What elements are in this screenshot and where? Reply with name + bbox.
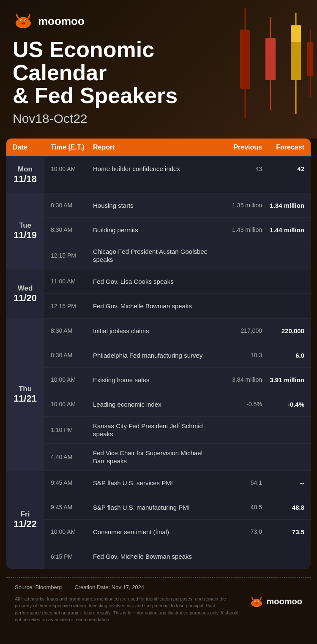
day-group-thu: Thu 11/21 8:30 AM Initial jobless claims… [6, 318, 311, 470]
svg-point-25 [255, 603, 256, 604]
event-forecast: 73.5 [262, 528, 304, 535]
event-previous: 1.35 million [216, 202, 262, 209]
event-previous: 217,000 [216, 327, 262, 334]
day-name-tue: Tue [19, 221, 31, 230]
svg-point-17 [24, 23, 25, 24]
svg-point-16 [22, 23, 23, 24]
header-section: moomoo US Economic Calendar & Fed Speake… [0, 0, 317, 139]
event-forecast: 1.44 million [262, 226, 304, 234]
event-time: 10:00 AM [51, 166, 93, 172]
calendar-table: Date Time (E.T.) Report Previous Forecas… [6, 139, 311, 569]
event-forecast: 42 [262, 165, 304, 172]
event-row: 12:15 PM Chicago Fed President Austan Go… [44, 242, 311, 269]
event-name: Philadelphia Fed manufacturing survey [93, 351, 216, 360]
event-time: 10:00 AM [51, 528, 93, 535]
event-name: Kansas City Fed President Jeff Schmid sp… [93, 422, 216, 438]
svg-rect-1 [240, 30, 250, 89]
day-date-tue: 11/19 [14, 230, 37, 241]
event-time: 1:10 PM [51, 427, 93, 433]
event-previous: 43 [216, 166, 262, 172]
event-time: 12:15 PM [51, 252, 93, 259]
main-title: US Economic Calendar & Fed Speakers [13, 38, 232, 107]
day-date-wed: 11/20 [14, 293, 37, 304]
event-name: Chicago Fed President Austan Goolsbee sp… [93, 247, 216, 264]
event-previous: 54.1 [216, 479, 262, 486]
day-label-fri: Fri 11/22 [6, 471, 44, 569]
event-row: 10:00 AM Existing home sales 3.84 millio… [44, 368, 311, 392]
svg-rect-6 [291, 25, 301, 42]
event-name: Fed Vice Chair for Supervision Michael B… [93, 449, 216, 465]
footer-logo: moomoo [249, 595, 302, 608]
event-row: 4:40 AM Fed Vice Chair for Supervision M… [44, 444, 311, 470]
event-previous: -0.5% [216, 401, 262, 408]
table-header: Date Time (E.T.) Report Previous Forecas… [6, 139, 311, 156]
event-name: Consumer sentiment (final) [93, 528, 216, 536]
day-group-mon: Mon 11/18 10:00 AM Home builder confiden… [6, 156, 311, 193]
event-row: 11:00 AM Fed Gov. Lisa Cooks speaks [44, 269, 311, 294]
event-row: 12:15 PM Fed Gov. Michelle Bowman speaks [44, 294, 311, 318]
day-name-mon: Mon [18, 165, 33, 174]
day-label-wed: Wed 11/20 [6, 269, 44, 318]
day-group-wed: Wed 11/20 11:00 AM Fed Gov. Lisa Cooks s… [6, 269, 311, 318]
event-name: Existing home sales [93, 376, 216, 384]
event-previous: 1.43 million [216, 226, 262, 233]
col-date: Date [13, 144, 51, 151]
event-time: 9:45 AM [51, 479, 93, 486]
svg-point-15 [21, 22, 25, 25]
event-time: 12:15 PM [51, 303, 93, 310]
day-label-mon: Mon 11/18 [6, 157, 44, 193]
event-row: 8:30 AM Housing starts 1.35 million 1.34… [44, 193, 311, 218]
event-row: 10:00 AM Home builder confidence index 4… [44, 157, 311, 181]
svg-rect-8 [307, 42, 313, 76]
event-name: Home builder confidence index [93, 165, 216, 173]
event-time: 9:45 AM [51, 504, 93, 511]
day-name-wed: Wed [18, 284, 33, 293]
footer: Source: Bloomberg Creation Date: Nov 17,… [6, 577, 311, 632]
col-time: Time (E.T.) [51, 144, 93, 151]
day-rows-fri: 9:45 AM S&P flash U.S. services PMI 54.1… [44, 471, 311, 569]
event-previous: 10.3 [216, 352, 262, 359]
svg-point-26 [257, 603, 257, 604]
day-rows-mon: 10:00 AM Home builder confidence index 4… [44, 157, 311, 193]
event-row: 8:30 AM Initial jobless claims 217,000 2… [44, 319, 311, 343]
event-name: Initial jobless claims [93, 327, 216, 335]
footer-brand-name: moomoo [267, 597, 302, 606]
event-forecast: 48.8 [262, 504, 304, 511]
event-row: 10:00 AM Consumer sentiment (final) 73.0… [44, 520, 311, 544]
day-name-thu: Thu [19, 385, 32, 393]
day-rows-tue: 8:30 AM Housing starts 1.35 million 1.34… [44, 193, 311, 269]
day-label-tue: Tue 11/19 [6, 193, 44, 269]
event-row: 9:45 AM S&P flash U.S. services PMI 54.1… [44, 471, 311, 495]
day-rows-wed: 11:00 AM Fed Gov. Lisa Cooks speaks 12:1… [44, 269, 311, 318]
candles-decoration [228, 4, 313, 118]
svg-point-22 [254, 601, 255, 601]
event-forecast: -0.4% [262, 401, 304, 408]
event-row: 8:30 AM Building permits 1.43 million 1.… [44, 218, 311, 242]
event-previous: 48.5 [216, 504, 262, 511]
event-time: 10:00 AM [51, 376, 93, 383]
event-time: 6:15 PM [51, 553, 93, 560]
svg-rect-3 [265, 38, 276, 80]
event-row: 10:00 AM Leading economic index -0.5% -0… [44, 392, 311, 417]
day-group-tue: Tue 11/19 8:30 AM Housing starts 1.35 mi… [6, 193, 311, 269]
event-name: Fed Gov. Michelle Bowman speaks [93, 552, 216, 561]
event-name: Building permits [93, 226, 216, 234]
event-forecast: 220,000 [262, 327, 304, 334]
creation-label: Creation Date: Nov 17, 2024 [74, 584, 144, 590]
svg-point-14 [25, 20, 26, 21]
event-time: 8:30 AM [51, 226, 93, 233]
event-name: Fed Gov. Michelle Bowman speaks [93, 302, 216, 310]
footer-source: Source: Bloomberg Creation Date: Nov 17,… [15, 584, 302, 590]
day-date-fri: 11/22 [14, 519, 37, 530]
event-time: 8:30 AM [51, 202, 93, 209]
svg-point-23 [257, 601, 258, 601]
event-forecast: 6.0 [262, 352, 304, 359]
day-group-fri: Fri 11/22 9:45 AM S&P flash U.S. service… [6, 470, 311, 569]
source-label: Source: Bloomberg [15, 584, 62, 590]
event-row: 9:45 AM S&P flash U.S. manufacturing PMI… [44, 495, 311, 520]
event-row: 1:10 PM Kansas City Fed President Jeff S… [44, 417, 311, 444]
event-forecast: -- [262, 479, 304, 486]
event-time: 4:40 AM [51, 454, 93, 460]
svg-point-13 [21, 20, 22, 21]
day-label-thu: Thu 11/21 [6, 319, 44, 470]
